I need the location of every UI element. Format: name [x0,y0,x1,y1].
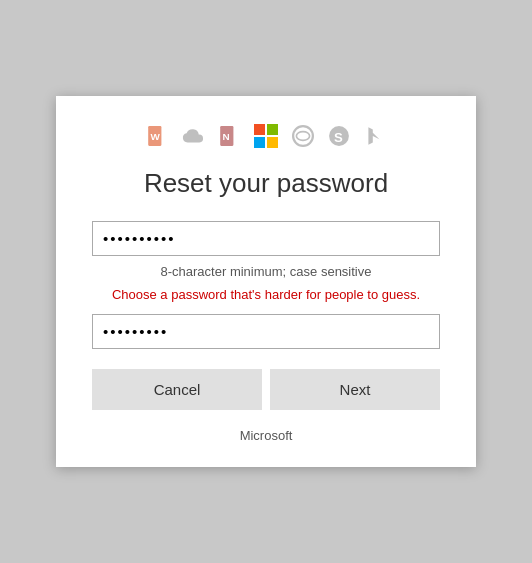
confirm-password-input[interactable] [92,314,440,349]
page-title: Reset your password [92,168,440,199]
svg-text:S: S [334,130,343,145]
skype-icon: S [328,125,350,147]
word-icon: W [146,125,168,147]
reset-password-dialog: W N S Reset your password [56,96,476,467]
confirm-password-group [92,314,440,349]
onedrive-icon [182,125,204,147]
windows-icon [254,124,278,148]
svg-text:N: N [222,131,229,142]
bing-icon [364,125,386,147]
footer-brand: Microsoft [92,428,440,443]
new-password-input[interactable] [92,221,440,256]
svg-text:W: W [150,131,160,142]
xbox-icon [292,125,314,147]
svg-point-5 [296,132,309,141]
action-buttons: Cancel Next [92,369,440,410]
cancel-button[interactable]: Cancel [92,369,262,410]
password-field-group [92,221,440,256]
password-hint: 8-character minimum; case sensitive [92,264,440,279]
app-icons-row: W N S [92,124,440,148]
error-message: Choose a password that's harder for peop… [92,287,440,302]
onenote-icon: N [218,125,240,147]
svg-marker-8 [368,127,379,145]
next-button[interactable]: Next [270,369,440,410]
